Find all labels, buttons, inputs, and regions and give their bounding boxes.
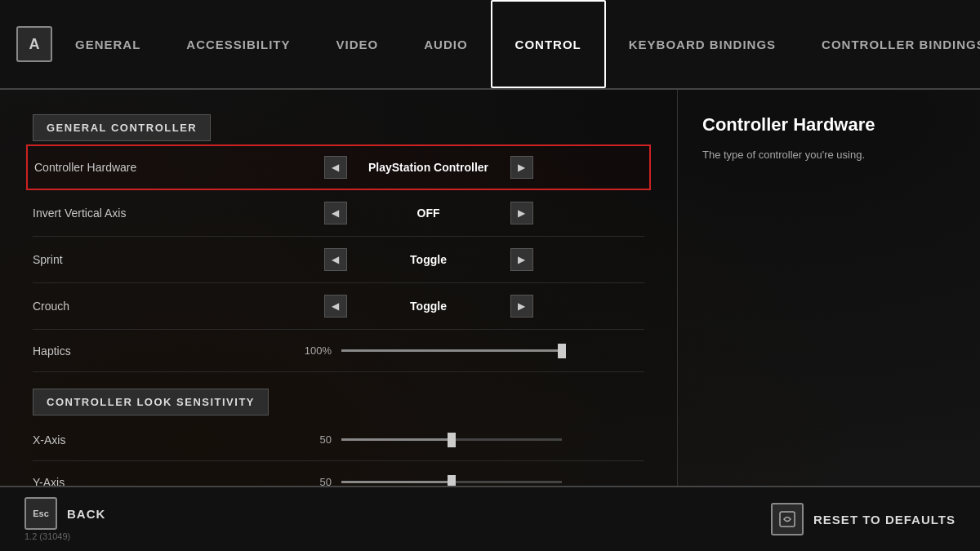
sprint-control: ◀ Toggle ▶ bbox=[212, 248, 644, 271]
invert-vertical-label: Invert Vertical Axis bbox=[33, 207, 212, 220]
reset-icon bbox=[771, 503, 804, 535]
nav-tab-accessibility[interactable]: ACCESSIBILITY bbox=[163, 0, 313, 88]
controller-hardware-prev-btn[interactable]: ◀ bbox=[324, 156, 347, 179]
top-navigation: A GENERALACCESSIBILITYVIDEOAUDIOCONTROLK… bbox=[0, 0, 980, 90]
svg-rect-0 bbox=[780, 512, 795, 527]
main-content: GENERAL CONTROLLER Controller Hardware ◀… bbox=[0, 90, 980, 486]
yaxis-label: Y-Axis bbox=[33, 476, 212, 487]
nav-tab-control[interactable]: CONTROL bbox=[491, 0, 606, 88]
setting-row-invert-vertical: Invert Vertical Axis ◀ OFF ▶ bbox=[33, 190, 644, 237]
setting-row-sprint: Sprint ◀ Toggle ▶ bbox=[33, 237, 644, 283]
crouch-prev-btn[interactable]: ◀ bbox=[324, 295, 347, 318]
haptics-slider-track[interactable] bbox=[341, 349, 562, 352]
setting-row-crouch: Crouch ◀ Toggle ▶ bbox=[33, 283, 644, 330]
controller-hardware-value: PlayStation Controller bbox=[347, 161, 510, 174]
setting-row-xaxis: X-Axis 50 bbox=[33, 419, 644, 461]
setting-row-haptics: Haptics 100% bbox=[33, 330, 644, 372]
look-sensitivity-list: X-Axis 50 Y-Axis 50 bbox=[33, 419, 644, 486]
haptics-slider-fill bbox=[341, 349, 562, 352]
controller-hardware-label: Controller Hardware bbox=[34, 161, 214, 174]
back-label: BACK bbox=[67, 507, 105, 521]
sprint-next-btn[interactable]: ▶ bbox=[510, 248, 533, 271]
setting-row-controller-hardware[interactable]: Controller Hardware ◀ PlayStation Contro… bbox=[26, 144, 651, 190]
nav-left-key[interactable]: A bbox=[16, 26, 52, 62]
nav-tab-audio[interactable]: AUDIO bbox=[401, 0, 490, 88]
nav-tabs-container: GENERALACCESSIBILITYVIDEOAUDIOCONTROLKEY… bbox=[52, 0, 980, 88]
crouch-label: Crouch bbox=[33, 300, 212, 313]
xaxis-slider-thumb[interactable] bbox=[448, 433, 456, 447]
haptics-control: 100% bbox=[212, 344, 644, 357]
sprint-label: Sprint bbox=[33, 253, 212, 266]
nav-tab-keyboard-bindings[interactable]: KEYBOARD BINDINGS bbox=[606, 0, 799, 88]
info-panel-title: Controller Hardware bbox=[702, 114, 956, 136]
reset-to-defaults-button[interactable]: RESET TO DEFAULTS bbox=[771, 503, 956, 535]
sprint-prev-btn[interactable]: ◀ bbox=[324, 248, 347, 271]
yaxis-value: 50 bbox=[295, 476, 332, 486]
xaxis-control: 50 bbox=[212, 433, 644, 446]
crouch-value: Toggle bbox=[347, 300, 510, 313]
xaxis-slider-track[interactable] bbox=[341, 438, 562, 441]
yaxis-slider-thumb[interactable] bbox=[448, 475, 456, 487]
invert-vertical-next-btn[interactable]: ▶ bbox=[510, 202, 533, 224]
haptics-slider-thumb[interactable] bbox=[558, 344, 566, 358]
xaxis-label: X-Axis bbox=[33, 433, 212, 447]
nav-tab-controller-bindings[interactable]: CONTROLLER BINDINGS bbox=[799, 0, 980, 88]
setting-row-yaxis: Y-Axis 50 bbox=[33, 461, 644, 486]
yaxis-control: 50 bbox=[212, 476, 644, 486]
xaxis-value: 50 bbox=[295, 433, 332, 446]
settings-panel: GENERAL CONTROLLER Controller Hardware ◀… bbox=[0, 90, 678, 486]
bottom-bar: Esc BACK 1.2 (31049) RESET TO DEFAULTS bbox=[0, 486, 980, 551]
look-sensitivity-header: CONTROLLER LOOK SENSITIVITY bbox=[33, 389, 269, 415]
back-key-icon: Esc bbox=[24, 497, 57, 530]
haptics-label: Haptics bbox=[33, 344, 212, 358]
controller-hardware-control: ◀ PlayStation Controller ▶ bbox=[214, 156, 643, 179]
crouch-control: ◀ Toggle ▶ bbox=[212, 295, 644, 318]
invert-vertical-value: OFF bbox=[347, 207, 510, 220]
yaxis-slider-track[interactable] bbox=[341, 481, 562, 483]
nav-tab-video[interactable]: VIDEO bbox=[314, 0, 402, 88]
back-button[interactable]: Esc BACK bbox=[24, 497, 105, 530]
general-controller-list: Controller Hardware ◀ PlayStation Contro… bbox=[33, 144, 644, 372]
controller-hardware-next-btn[interactable]: ▶ bbox=[510, 156, 533, 179]
info-panel: Controller Hardware The type of controll… bbox=[678, 90, 980, 486]
crouch-next-btn[interactable]: ▶ bbox=[510, 295, 533, 318]
yaxis-slider-fill bbox=[341, 481, 452, 483]
invert-vertical-prev-btn[interactable]: ◀ bbox=[324, 202, 347, 224]
back-section: Esc BACK 1.2 (31049) bbox=[24, 497, 105, 541]
haptics-value: 100% bbox=[295, 344, 332, 357]
version-text: 1.2 (31049) bbox=[24, 531, 105, 541]
xaxis-slider-fill bbox=[341, 438, 452, 441]
invert-vertical-control: ◀ OFF ▶ bbox=[212, 202, 644, 224]
reset-label: RESET TO DEFAULTS bbox=[813, 513, 956, 527]
nav-tab-general[interactable]: GENERAL bbox=[52, 0, 163, 88]
general-controller-header: GENERAL CONTROLLER bbox=[33, 114, 211, 141]
sprint-value: Toggle bbox=[347, 253, 510, 266]
info-panel-description: The type of controller you're using. bbox=[702, 147, 956, 164]
